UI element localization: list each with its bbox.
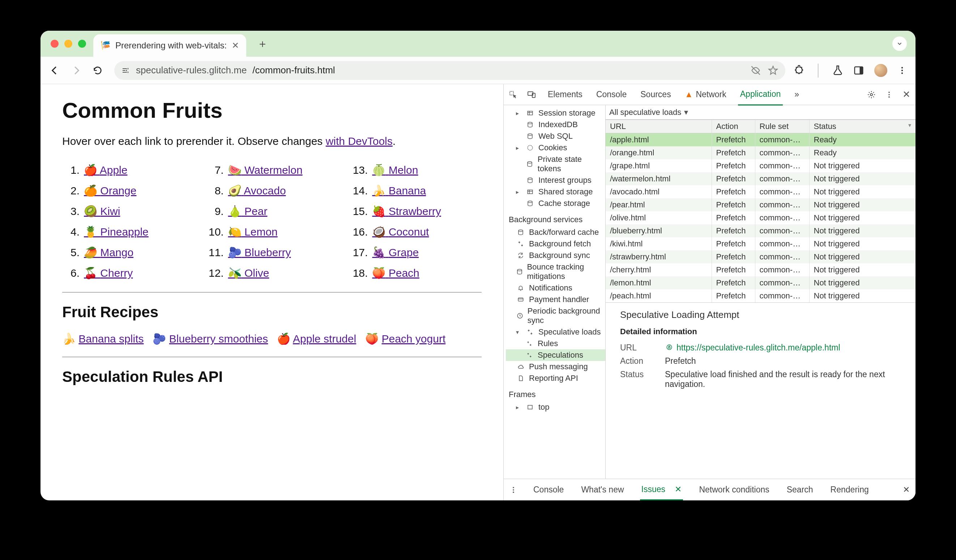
tree-reporting-api[interactable]: Reporting API (506, 372, 605, 384)
tab-overflow-button[interactable] (892, 36, 907, 51)
omnibox[interactable]: speculative-rules.glitch.me/common-fruit… (114, 61, 785, 80)
kebab-menu-icon[interactable] (509, 486, 517, 494)
side-panel-icon[interactable] (853, 65, 864, 76)
tree-back-forward-cache[interactable]: Back/forward cache (506, 226, 605, 238)
forward-button[interactable] (71, 65, 84, 76)
tree-bounce-tracking[interactable]: Bounce tracking mitigations (506, 261, 605, 282)
fruit-link[interactable]: 🍓 Strawberry (372, 201, 441, 221)
fruit-link[interactable]: 🥥 Coconut (372, 221, 429, 242)
tree-interest-groups[interactable]: Interest groups (506, 174, 605, 186)
fruit-link[interactable]: 🫐 Blueberry (228, 242, 291, 263)
tree-session-storage[interactable]: ▸Session storage (506, 107, 605, 119)
tree-speculative-loads[interactable]: ▾Speculative loads (506, 326, 605, 338)
table-row[interactable]: /apple.htmlPrefetchcommon-…Ready (605, 133, 915, 146)
fruit-link[interactable]: 🥑 Avocado (228, 180, 286, 201)
labs-icon[interactable] (832, 65, 843, 76)
fruit-link[interactable]: 🍊 Orange (84, 180, 136, 201)
col-status[interactable]: Status▾ (810, 120, 916, 133)
tree-speculations[interactable]: Speculations (506, 349, 605, 361)
fruit-link[interactable]: 🍈 Melon (372, 160, 418, 180)
detail-url[interactable]: https://speculative-rules.glitch.me/appl… (665, 343, 906, 353)
incognito-off-icon[interactable] (751, 65, 761, 75)
table-row[interactable]: /cherry.htmlPrefetchcommon-…Not triggere… (605, 264, 915, 276)
inspect-element-icon[interactable] (509, 90, 517, 99)
bookmark-star-icon[interactable] (768, 65, 778, 75)
tree-payment-handler[interactable]: Payment handler (506, 294, 605, 305)
gear-icon[interactable] (867, 90, 876, 99)
drawer-network-conditions[interactable]: Network conditions (698, 479, 770, 500)
recipe-link[interactable]: Peach yogurt (382, 333, 445, 345)
close-devtools-button[interactable]: ✕ (903, 89, 910, 100)
fruit-link[interactable]: 🍎 Apple (84, 160, 127, 180)
browser-tab[interactable]: 🎏 Prerendering with web-vitals: ✕ (93, 35, 246, 57)
tree-periodic-bg-sync[interactable]: Periodic background sync (506, 305, 605, 326)
fruit-link[interactable]: 🍇 Grape (372, 242, 419, 263)
tree-cache-storage[interactable]: Cache storage (506, 198, 605, 209)
drawer-issues[interactable]: Issues ✕ (640, 479, 683, 500)
minimize-window-button[interactable] (64, 40, 72, 48)
table-row[interactable]: /blueberry.htmlPrefetchcommon-…Not trigg… (605, 224, 915, 237)
fruit-link[interactable]: 🍌 Banana (372, 180, 426, 201)
profile-avatar[interactable] (874, 64, 887, 77)
tab-sources[interactable]: Sources (638, 84, 673, 105)
tree-background-sync[interactable]: Background sync (506, 249, 605, 261)
fruit-link[interactable]: 🫒 Olive (228, 263, 269, 283)
fruit-link[interactable]: 🍒 Cherry (84, 263, 133, 283)
table-row[interactable]: /watermelon.htmlPrefetchcommon-…Not trig… (605, 173, 915, 185)
close-icon[interactable]: ✕ (675, 485, 682, 494)
site-settings-icon[interactable] (121, 66, 130, 75)
fruit-link[interactable]: 🍐 Pear (228, 201, 267, 221)
tree-background-fetch[interactable]: Background fetch (506, 238, 605, 249)
tree-indexeddb[interactable]: IndexedDB (506, 119, 605, 130)
back-button[interactable] (49, 65, 62, 76)
fruit-link[interactable]: 🍍 Pineapple (84, 221, 149, 242)
fruit-link[interactable]: 🍉 Watermelon (228, 160, 303, 180)
kebab-menu-icon[interactable] (885, 91, 893, 99)
tab-close-button[interactable]: ✕ (232, 41, 239, 50)
tree-push-messaging[interactable]: Push messaging (506, 361, 605, 372)
tree-websql[interactable]: Web SQL (506, 130, 605, 142)
drawer-console[interactable]: Console (532, 479, 565, 500)
close-window-button[interactable] (50, 40, 58, 48)
recipe-link[interactable]: Apple strudel (293, 333, 356, 345)
drawer-whatsnew[interactable]: What's new (580, 479, 625, 500)
device-toolbar-icon[interactable] (527, 90, 536, 99)
table-row[interactable]: /pear.htmlPrefetchcommon-…Not triggered (605, 198, 915, 211)
devtools-link[interactable]: with DevTools (326, 135, 393, 147)
tab-console[interactable]: Console (594, 84, 629, 105)
col-ruleset[interactable]: Rule set (755, 120, 810, 133)
tree-notifications[interactable]: Notifications (506, 282, 605, 294)
fruit-link[interactable]: 🍑 Peach (372, 263, 419, 283)
extensions-icon[interactable] (794, 65, 805, 76)
close-drawer-button[interactable]: ✕ (903, 485, 910, 495)
tree-cookies[interactable]: ▸Cookies (506, 142, 605, 154)
recipe-link[interactable]: Banana splits (79, 333, 143, 345)
tab-network[interactable]: ▲ Network (682, 84, 728, 105)
new-tab-button[interactable]: ＋ (253, 36, 272, 51)
maximize-window-button[interactable] (78, 40, 86, 48)
tab-overflow[interactable]: » (792, 84, 801, 105)
overflow-menu-button[interactable] (898, 66, 907, 75)
tree-frame-top[interactable]: ▸top (506, 402, 605, 413)
fruit-link[interactable]: 🍋 Lemon (228, 221, 278, 242)
tab-elements[interactable]: Elements (546, 84, 585, 105)
fruit-link[interactable]: 🥝 Kiwi (84, 201, 120, 221)
table-row[interactable]: /peach.htmlPrefetchcommon-…Not triggered (605, 289, 915, 303)
tab-application[interactable]: Application (738, 84, 783, 105)
col-action[interactable]: Action (712, 120, 755, 133)
application-sidebar[interactable]: ▸Session storage IndexedDB Web SQL ▸Cook… (504, 105, 605, 479)
speculations-filter[interactable]: All speculative loads ▾ (605, 105, 915, 119)
table-row[interactable]: /grape.htmlPrefetchcommon-…Not triggered (605, 159, 915, 173)
drawer-rendering[interactable]: Rendering (829, 479, 870, 500)
tree-rules[interactable]: Rules (506, 338, 605, 349)
table-row[interactable]: /olive.htmlPrefetchcommon-…Not triggered (605, 211, 915, 224)
table-row[interactable]: /strawberry.htmlPrefetchcommon-…Not trig… (605, 250, 915, 264)
table-row[interactable]: /avocado.htmlPrefetchcommon-…Not trigger… (605, 185, 915, 198)
recipe-link[interactable]: Blueberry smoothies (169, 333, 268, 345)
reload-button[interactable] (93, 65, 105, 75)
table-row[interactable]: /orange.htmlPrefetchcommon-…Ready (605, 146, 915, 159)
tree-private-state-tokens[interactable]: Private state tokens (506, 154, 605, 174)
tree-shared-storage[interactable]: ▸Shared storage (506, 186, 605, 198)
fruit-link[interactable]: 🥭 Mango (84, 242, 134, 263)
table-row[interactable]: /kiwi.htmlPrefetchcommon-…Not triggered (605, 237, 915, 250)
